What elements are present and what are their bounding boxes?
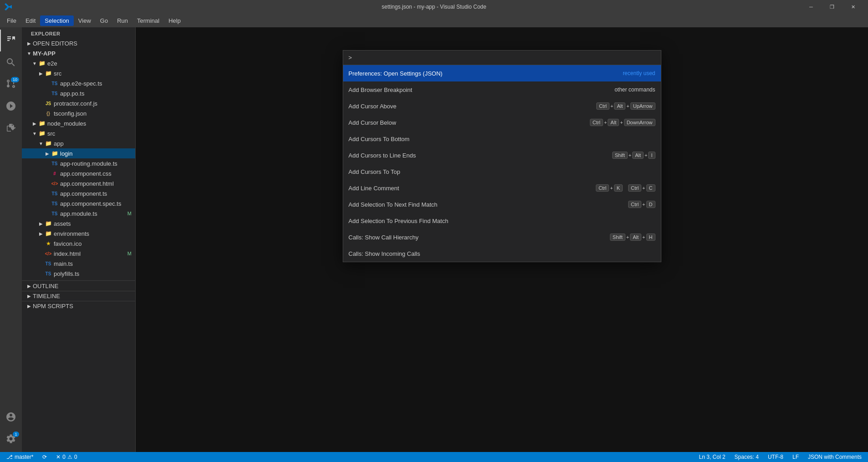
timeline-header[interactable]: ▶ TIMELINE (22, 291, 135, 301)
app-po-icon: TS (51, 90, 58, 97)
command-item-preferences[interactable]: Preferences: Open Settings (JSON) recent… (343, 65, 661, 81)
command-item-sel-next[interactable]: Add Selection To Next Find Match Ctrl + … (343, 196, 661, 213)
debug-activity-icon[interactable] (0, 95, 22, 117)
kbd-shift-le: Shift (612, 152, 628, 159)
command-item-cursor-above[interactable]: Add Cursor Above Ctrl + Alt + UpArrow (343, 98, 661, 114)
command-item-sel-prev[interactable]: Add Selection To Previous Find Match (343, 213, 661, 229)
tree-item-main-ts[interactable]: TS main.ts (22, 259, 135, 269)
routing-label: app-routing.module.ts (60, 160, 135, 167)
menu-edit[interactable]: Edit (21, 15, 40, 26)
menu-view[interactable]: View (74, 15, 96, 26)
command-input-row: > (343, 51, 661, 65)
close-button[interactable]: ✕ (843, 0, 863, 14)
command-item-incoming-calls[interactable]: Calls: Show Incoming Calls (343, 245, 661, 262)
command-input[interactable] (355, 54, 655, 61)
tree-item-app-po[interactable]: TS app.po.ts (22, 88, 135, 98)
menu-go[interactable]: Go (96, 15, 112, 26)
project-root[interactable]: ▼ MY-APP (22, 48, 135, 58)
cursor-position-status[interactable]: Ln 3, Col 2 (697, 454, 727, 460)
minimize-button[interactable]: ─ (801, 0, 822, 14)
tree-item-e2e-spec[interactable]: TS app.e2e-spec.ts (22, 78, 135, 88)
git-branch-status[interactable]: ⎇ master* (5, 454, 35, 460)
title-bar: settings.json - my-app - Visual Studio C… (0, 0, 868, 14)
menu-help[interactable]: Help (164, 15, 185, 26)
language-mode-status[interactable]: JSON with Comments (806, 454, 863, 460)
window-controls: ─ ❐ ✕ (801, 0, 863, 14)
tree-item-node-modules[interactable]: ▶ 📁 node_modules (22, 118, 135, 128)
source-control-activity-icon[interactable]: 10 (0, 73, 22, 95)
menu-selection[interactable]: Selection (40, 15, 73, 26)
outline-header[interactable]: ▶ OUTLINE (22, 281, 135, 291)
cmd-label-cursors-top: Add Cursors To Top (349, 168, 655, 175)
tree-item-routing[interactable]: TS app-routing.module.ts (22, 158, 135, 168)
account-activity-icon[interactable] (0, 406, 22, 428)
tree-item-comp-spec[interactable]: TS app.component.spec.ts (22, 198, 135, 208)
npm-scripts-header[interactable]: ▶ NPM SCRIPTS (22, 301, 135, 311)
command-item-cursor-below[interactable]: Add Cursor Below Ctrl + Alt + DownArrow (343, 114, 661, 131)
open-editors-label: OPEN EDITORS (33, 40, 135, 47)
kbd-ctrl-sn: Ctrl (628, 201, 641, 208)
tree-item-assets[interactable]: ▶ 📁 assets (22, 218, 135, 228)
extensions-activity-icon[interactable] (0, 117, 22, 139)
maximize-button[interactable]: ❐ (822, 0, 843, 14)
app-arrow: ▼ (37, 140, 45, 147)
settings-activity-icon[interactable]: 1 (0, 428, 22, 450)
tree-item-protractor[interactable]: JS protractor.conf.js (22, 98, 135, 108)
tree-item-environments[interactable]: ▶ 📁 environments (22, 228, 135, 239)
kbd-ctrl-lc2: Ctrl (628, 184, 641, 192)
tree-item-tsconfig[interactable]: {} tsconfig.json (22, 108, 135, 118)
menu-terminal[interactable]: Terminal (132, 15, 164, 26)
command-item-breakpoint[interactable]: Add Browser Breakpoint other commands (343, 81, 661, 98)
status-bar: ⎇ master* ⟳ ✕ 0 ⚠ 0 Ln 3, Col 2 Spaces: … (0, 452, 868, 462)
tree-item-comp-html[interactable]: </> app.component.html (22, 178, 135, 188)
tree-item-app-module[interactable]: TS app.module.ts M (22, 208, 135, 218)
menu-file[interactable]: File (2, 15, 21, 26)
kbd-plus-8: + (642, 185, 645, 191)
command-palette: > Preferences: Open Settings (JSON) rece… (343, 50, 661, 262)
activity-bar-bottom: 1 (0, 406, 22, 450)
title-bar-left (5, 3, 12, 10)
comp-ts-label: app.component.ts (60, 190, 135, 197)
tree-item-comp-css[interactable]: # app.component.css (22, 168, 135, 178)
search-activity-icon[interactable] (0, 51, 22, 73)
main-layout: 10 1 EXPLORER ▶ OPEN EDITORS (0, 27, 868, 452)
app-label: app (54, 140, 135, 147)
kbd-plus-9: + (642, 202, 645, 207)
tree-item-favicon[interactable]: ★ favicon.ico (22, 239, 135, 249)
tree-item-app[interactable]: ▼ 📁 app (22, 138, 135, 148)
sync-status[interactable]: ⟳ (41, 454, 49, 460)
activity-bar: 10 1 (0, 27, 22, 452)
open-editors-section[interactable]: ▶ OPEN EDITORS (22, 38, 135, 48)
explorer-title[interactable]: EXPLORER (22, 27, 135, 38)
kbd-downarrow: DownArrow (624, 119, 655, 126)
tree-item-comp-ts[interactable]: TS app.component.ts (22, 188, 135, 198)
tree-item-login[interactable]: ▶ 📁 login (22, 148, 135, 158)
tree-item-src[interactable]: ▼ 📁 src (22, 128, 135, 138)
problems-status[interactable]: ✕ 0 ⚠ 0 (54, 454, 79, 460)
menu-run[interactable]: Run (112, 15, 132, 26)
tree-item-e2e-src[interactable]: ▶ 📁 src (22, 68, 135, 78)
explorer-activity-icon[interactable] (0, 30, 22, 51)
command-item-cursors-top[interactable]: Add Cursors To Top (343, 163, 661, 180)
command-item-cursors-line-ends[interactable]: Add Cursors to Line Ends Shift + Alt + I (343, 147, 661, 163)
cmd-label-breakpoint: Add Browser Breakpoint (349, 86, 611, 93)
tree-item-e2e[interactable]: ▼ 📁 e2e (22, 58, 135, 68)
tree-item-polyfills[interactable]: TS polyfills.ts (22, 269, 135, 279)
index-html-icon: </> (45, 250, 52, 257)
encoding-status[interactable]: UTF-8 (766, 454, 785, 460)
command-item-line-comment[interactable]: Add Line Comment Ctrl + K Ctrl + C (343, 180, 661, 196)
menu-bar: File Edit Selection View Go Run Terminal… (0, 14, 868, 27)
e2e-label: e2e (47, 60, 135, 67)
line-ending-status[interactable]: LF (791, 454, 801, 460)
e2e-spec-icon: TS (51, 80, 58, 87)
tree-item-index-html[interactable]: </> index.html M (22, 249, 135, 259)
command-item-call-hierarchy[interactable]: Calls: Show Call Hierarchy Shift + Alt +… (343, 229, 661, 245)
kbd-line-comment: Ctrl + K Ctrl + C (596, 184, 655, 192)
comp-css-icon: # (51, 170, 58, 177)
npm-scripts-label: NPM SCRIPTS (33, 303, 135, 310)
cmd-label-cursor-above: Add Cursor Above (349, 103, 596, 110)
command-item-cursors-bottom[interactable]: Add Cursors To Bottom (343, 131, 661, 147)
git-branch-icon: ⎇ (6, 454, 13, 460)
indentation-status[interactable]: Spaces: 4 (733, 454, 761, 460)
cmd-meta-other: other commands (614, 86, 655, 93)
